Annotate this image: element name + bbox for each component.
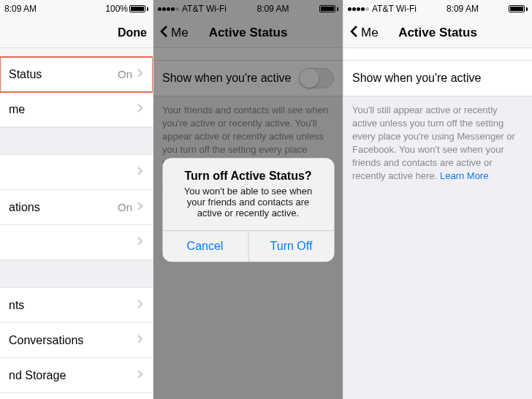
done-label: Done — [118, 26, 147, 39]
nav-bar: Done — [0, 18, 153, 48]
row-value: On — [118, 201, 144, 213]
row-notifications[interactable]: ations On — [0, 190, 153, 225]
row-label: nd Storage — [9, 369, 66, 382]
active-status-pane-dialog: AT&T Wi-Fi 8:09 AM Me Active Status Show… — [153, 0, 343, 399]
active-status-pane-off: AT&T Wi-Fi 8:09 AM Me Active Status Show… — [343, 0, 532, 399]
nav-bar: Me Active Status — [343, 18, 532, 48]
row-label: me — [9, 103, 25, 116]
row-payments[interactable]: nts — [0, 288, 153, 323]
row-username[interactable]: me — [0, 92, 153, 127]
cancel-button[interactable]: Cancel — [162, 231, 248, 262]
back-button[interactable]: Me — [349, 25, 379, 41]
chevron-right-icon — [137, 68, 144, 80]
row-blank-2[interactable] — [0, 225, 153, 260]
help-text: You'll still appear active or recently a… — [343, 96, 532, 183]
show-active-label: Show when you're active — [352, 72, 481, 85]
status-time: 8:09 AM — [4, 4, 37, 14]
status-bar: 8:09 AM 100% — [0, 0, 153, 18]
row-label: ations — [9, 201, 40, 214]
status-bar: AT&T Wi-Fi 8:09 AM — [343, 0, 532, 18]
row-secret-conversations[interactable]: Conversations — [0, 323, 153, 358]
chevron-right-icon — [137, 201, 144, 213]
battery-icon — [509, 5, 528, 12]
chevron-right-icon — [137, 103, 144, 115]
battery-icon: 100% — [105, 4, 148, 14]
row-blank-1[interactable] — [0, 155, 153, 190]
turn-off-button[interactable]: Turn Off — [248, 231, 334, 262]
carrier: AT&T Wi-Fi — [348, 4, 417, 14]
row-label: Status — [9, 68, 42, 81]
row-label: Conversations — [9, 334, 83, 347]
chevron-right-icon — [137, 299, 144, 311]
row-label: nts — [9, 299, 24, 312]
chevron-right-icon — [137, 334, 144, 346]
carrier-text: AT&T Wi-Fi — [372, 4, 417, 14]
chevron-right-icon — [137, 166, 144, 178]
done-button[interactable]: Done — [118, 26, 147, 39]
battery-pct: 100% — [105, 4, 128, 14]
status-time: 8:09 AM — [446, 4, 479, 14]
row-value: On — [118, 68, 144, 80]
learn-more-link[interactable]: Learn More — [440, 170, 488, 181]
back-label: Me — [361, 26, 379, 40]
show-active-row[interactable]: Show when you're active — [343, 60, 532, 96]
row-data-storage[interactable]: nd Storage — [0, 358, 153, 393]
page-title: Active Status — [379, 26, 497, 40]
settings-pane: 8:09 AM 100% Done Status On me ations On — [0, 0, 153, 399]
modal-title: Turn off Active Status? — [162, 158, 334, 186]
confirm-modal: Turn off Active Status? You won't be abl… — [162, 158, 334, 262]
modal-text: You won't be able to see when your frien… — [162, 186, 334, 230]
chevron-right-icon — [137, 236, 144, 248]
chevron-right-icon — [137, 369, 144, 381]
chevron-left-icon — [349, 25, 360, 41]
row-active-status[interactable]: Status On — [0, 57, 153, 92]
